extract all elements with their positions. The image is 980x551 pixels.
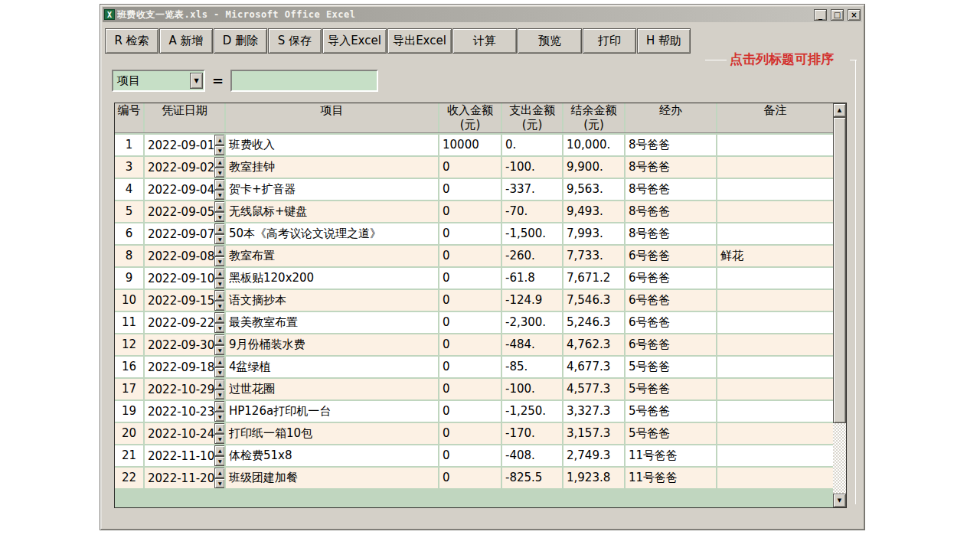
cell-date[interactable]: 2022-09-30 ▲ ▼ [145, 334, 224, 355]
spinner-up-icon[interactable]: ▲ [214, 401, 224, 412]
cell-expense[interactable]: -1,500. [502, 223, 562, 244]
date-spinner[interactable]: ▲ ▼ [214, 379, 224, 399]
cell-expense[interactable]: -408. [502, 445, 562, 466]
cell-date[interactable]: 2022-09-01 ▲ ▼ [145, 135, 224, 155]
spinner-down-icon[interactable]: ▼ [214, 390, 224, 400]
cell-balance[interactable]: 1,923.8 [564, 468, 624, 488]
maximize-button[interactable]: □ [831, 9, 844, 21]
table-row[interactable]: 20 2022-10-24 ▲ ▼ 打印纸一箱10包 0 -170. 3,157… [115, 423, 833, 444]
spinner-up-icon[interactable]: ▲ [214, 468, 224, 478]
date-spinner[interactable]: ▲ ▼ [214, 357, 224, 377]
cell-expense[interactable]: -170. [502, 423, 562, 444]
cell-expense[interactable]: -484. [502, 334, 562, 355]
date-spinner[interactable]: ▲ ▼ [214, 423, 224, 444]
table-row[interactable]: 5 2022-09-05 ▲ ▼ 无线鼠标+键盘 0 -70. 9,493. 8… [115, 201, 833, 222]
cell-income[interactable]: 0 [439, 179, 501, 200]
spinner-up-icon[interactable]: ▲ [214, 379, 224, 390]
spinner-down-icon[interactable]: ▼ [214, 434, 224, 445]
cell-item[interactable]: 体检费51x8 [226, 445, 438, 466]
toolbar-button-preview[interactable]: 预览 [518, 28, 582, 54]
cell-expense[interactable]: -260. [502, 246, 562, 266]
cell-date[interactable]: 2022-09-15 ▲ ▼ [145, 290, 224, 311]
table-row[interactable]: 17 2022-10-29 ▲ ▼ 过世花圈 0 -100. 4,577.3 5… [115, 379, 833, 399]
spinner-up-icon[interactable]: ▲ [214, 334, 224, 345]
spinner-down-icon[interactable]: ▼ [214, 367, 224, 378]
scroll-down-icon[interactable]: ▼ [833, 494, 846, 507]
spinner-down-icon[interactable]: ▼ [214, 279, 224, 289]
cell-handler[interactable]: 8号爸爸 [626, 201, 716, 222]
filter-value-input[interactable] [230, 70, 378, 92]
cell-item[interactable]: 9月份桶装水费 [226, 334, 438, 355]
cell-date[interactable]: 2022-09-22 ▲ ▼ [145, 312, 224, 333]
cell-income[interactable]: 10000 [439, 135, 501, 155]
cell-note[interactable] [717, 290, 833, 311]
cell-expense[interactable]: -1,250. [502, 401, 562, 422]
cell-balance[interactable]: 9,493. [564, 201, 624, 222]
cell-item[interactable]: 50本《高考议论文说理之道》 [226, 223, 438, 244]
date-spinner[interactable]: ▲ ▼ [214, 290, 224, 311]
column-header[interactable]: 结余金额 (元) [564, 103, 624, 132]
cell-expense[interactable]: -124.9 [502, 290, 562, 311]
cell-item[interactable]: 教室布置 [226, 246, 438, 266]
spinner-down-icon[interactable]: ▼ [214, 456, 224, 467]
cell-note[interactable] [717, 423, 833, 444]
cell-income[interactable]: 0 [439, 290, 501, 311]
cell-date[interactable]: 2022-09-02 ▲ ▼ [145, 157, 224, 178]
date-spinner[interactable]: ▲ ▼ [214, 268, 224, 289]
column-header[interactable]: 编号 [115, 103, 143, 132]
date-spinner[interactable]: ▲ ▼ [214, 135, 224, 155]
cell-income[interactable]: 0 [439, 334, 501, 355]
spinner-down-icon[interactable]: ▼ [214, 234, 224, 245]
cell-date[interactable]: 2022-10-24 ▲ ▼ [145, 423, 224, 444]
column-header[interactable]: 凭证日期 [145, 103, 224, 132]
cell-balance[interactable]: 7,733. [564, 246, 624, 266]
cell-balance[interactable]: 9,563. [564, 179, 624, 200]
spinner-up-icon[interactable]: ▲ [214, 357, 224, 367]
cell-income[interactable]: 0 [439, 312, 501, 333]
cell-expense[interactable]: -85. [502, 357, 562, 377]
cell-note[interactable] [717, 445, 833, 466]
spinner-up-icon[interactable]: ▲ [214, 268, 224, 279]
spinner-down-icon[interactable]: ▼ [214, 190, 224, 201]
cell-income[interactable]: 0 [439, 401, 501, 422]
cell-note[interactable] [717, 312, 833, 333]
cell-handler[interactable]: 6号爸爸 [626, 268, 716, 289]
cell-handler[interactable]: 6号爸爸 [626, 334, 716, 355]
date-spinner[interactable]: ▲ ▼ [214, 223, 224, 244]
cell-handler[interactable]: 6号爸爸 [626, 246, 716, 266]
cell-expense[interactable]: -337. [502, 179, 562, 200]
spinner-down-icon[interactable]: ▼ [214, 478, 224, 489]
cell-handler[interactable]: 11号爸爸 [626, 468, 716, 488]
cell-item[interactable]: HP126a打印机一台 [226, 401, 438, 422]
cell-date[interactable]: 2022-09-05 ▲ ▼ [145, 201, 224, 222]
table-row[interactable]: 4 2022-09-04 ▲ ▼ 贺卡+扩音器 0 -337. 9,563. 8… [115, 179, 833, 200]
table-row[interactable]: 3 2022-09-02 ▲ ▼ 教室挂钟 0 -100. 9,900. 8号爸… [115, 157, 833, 178]
cell-item[interactable]: 最美教室布置 [226, 312, 438, 333]
cell-balance[interactable]: 4,762.3 [564, 334, 624, 355]
toolbar-button-calculate[interactable]: 计算 [452, 28, 517, 54]
spinner-down-icon[interactable]: ▼ [214, 212, 224, 223]
spinner-up-icon[interactable]: ▲ [214, 445, 224, 456]
spinner-up-icon[interactable]: ▲ [214, 246, 224, 256]
toolbar-button-add[interactable]: A 新增 [159, 28, 213, 54]
scrollbar-thumb[interactable] [833, 117, 846, 423]
cell-note[interactable] [717, 179, 833, 200]
cell-income[interactable]: 0 [439, 157, 501, 178]
cell-income[interactable]: 0 [439, 268, 501, 289]
cell-item[interactable]: 黑板贴120x200 [226, 268, 438, 289]
spinner-down-icon[interactable]: ▼ [214, 323, 224, 334]
scroll-up-icon[interactable]: ▲ [833, 103, 846, 117]
spinner-up-icon[interactable]: ▲ [214, 201, 224, 212]
cell-note[interactable] [717, 157, 833, 178]
spinner-up-icon[interactable]: ▲ [214, 157, 224, 168]
cell-note[interactable] [717, 357, 833, 377]
cell-note[interactable] [717, 468, 833, 488]
cell-balance[interactable]: 4,677.3 [564, 357, 624, 377]
toolbar-button-import-excel[interactable]: 导入Excel [322, 28, 387, 54]
cell-income[interactable]: 0 [439, 223, 501, 244]
table-row[interactable]: 12 2022-09-30 ▲ ▼ 9月份桶装水费 0 -484. 4,762.… [115, 334, 833, 355]
cell-income[interactable]: 0 [439, 201, 501, 222]
cell-handler[interactable]: 5号爸爸 [626, 379, 716, 399]
spinner-down-icon[interactable]: ▼ [214, 168, 224, 178]
cell-income[interactable]: 0 [439, 379, 501, 399]
